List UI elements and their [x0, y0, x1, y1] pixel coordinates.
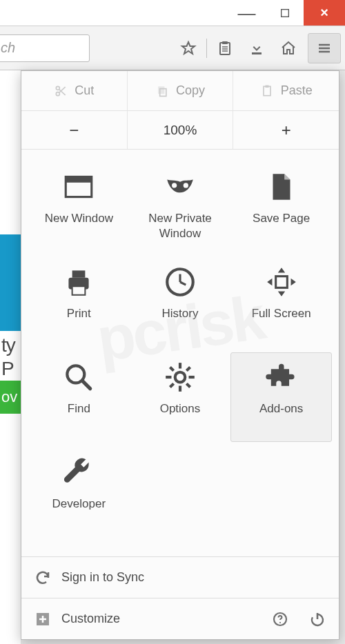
window-icon [60, 168, 97, 205]
find-label: Find [68, 401, 90, 416]
svg-rect-2 [222, 41, 228, 44]
svg-point-21 [184, 183, 188, 188]
customize-button[interactable]: Customize [34, 610, 120, 628]
svg-rect-24 [72, 286, 86, 295]
save-page-label: Save Page [253, 211, 310, 226]
sync-icon [34, 569, 52, 587]
clipboard-row: Cut Copy Paste [21, 71, 339, 111]
window-titlebar: — × [0, 0, 345, 26]
help-button[interactable] [271, 610, 289, 628]
gear-icon [161, 359, 199, 396]
quit-button[interactable] [308, 610, 326, 628]
full-screen-button[interactable]: Full Screen [230, 257, 332, 347]
scissors-icon [54, 84, 68, 98]
print-label: Print [67, 306, 91, 321]
svg-point-20 [172, 183, 177, 188]
hamburger-menu-button[interactable] [308, 33, 341, 63]
power-icon [309, 611, 326, 627]
svg-line-38 [170, 383, 173, 387]
svg-rect-23 [72, 270, 86, 277]
browser-toolbar: ch [0, 26, 345, 70]
paste-label: Paste [281, 83, 313, 98]
menu-grid: pcrisk New Window New Private Window Sav… [21, 150, 339, 556]
paste-button[interactable]: Paste [233, 71, 339, 110]
printer-icon [60, 263, 97, 301]
svg-point-44 [279, 621, 281, 623]
mask-icon [161, 168, 199, 205]
svg-point-31 [175, 372, 186, 383]
options-label: Options [160, 401, 201, 416]
new-private-label: New Private Window [148, 211, 212, 241]
window-maximize-button[interactable] [266, 0, 304, 26]
svg-rect-17 [265, 85, 268, 87]
copy-button[interactable]: Copy [128, 71, 234, 110]
svg-rect-28 [275, 276, 287, 288]
search-input-text: ch [1, 40, 15, 56]
window-minimize-button[interactable]: — [228, 0, 266, 26]
developer-label: Developer [52, 496, 106, 512]
svg-rect-16 [264, 86, 270, 95]
svg-line-36 [170, 367, 173, 370]
clock-icon [161, 263, 199, 301]
puzzle-icon [263, 359, 300, 396]
page-background-strip: tyP ov [0, 234, 21, 414]
save-page-button[interactable]: Save Page [230, 162, 332, 252]
svg-rect-0 [281, 9, 288, 17]
svg-line-39 [186, 367, 190, 370]
svg-line-30 [83, 381, 90, 388]
sign-in-sync-button[interactable]: Sign in to Sync [21, 556, 339, 598]
svg-rect-19 [66, 177, 92, 182]
history-label: History [162, 306, 199, 321]
addons-label: Add-ons [259, 401, 303, 416]
copy-label: Copy [176, 83, 205, 98]
plus-box-icon [34, 610, 52, 628]
wrench-icon [60, 454, 97, 491]
options-button[interactable]: Options [130, 352, 231, 442]
new-private-window-button[interactable]: New Private Window [130, 162, 231, 252]
customize-label: Customize [61, 612, 120, 626]
downloads-icon[interactable] [241, 33, 272, 63]
find-button[interactable]: Find [28, 352, 130, 442]
svg-line-27 [180, 282, 186, 285]
svg-rect-15 [158, 86, 164, 94]
bookmark-star-icon[interactable] [173, 33, 204, 63]
clipboard-list-icon[interactable] [210, 33, 240, 63]
cut-button[interactable]: Cut [21, 71, 128, 110]
history-button[interactable]: History [130, 257, 231, 347]
magnifier-icon [60, 359, 97, 396]
new-window-label: New Window [45, 211, 113, 226]
search-input[interactable]: ch [0, 34, 90, 62]
addons-button[interactable]: Add-ons [230, 352, 332, 442]
zoom-value[interactable]: 100% [128, 111, 234, 149]
cut-label: Cut [75, 83, 94, 98]
zoom-row: − 100% + [21, 111, 339, 150]
print-button[interactable]: Print [28, 257, 130, 347]
new-window-button[interactable]: New Window [28, 162, 130, 252]
paste-icon [260, 84, 274, 98]
help-icon [272, 611, 288, 627]
toolbar-separator [206, 39, 207, 58]
svg-rect-6 [252, 52, 262, 54]
zoom-out-button[interactable]: − [21, 111, 128, 149]
copy-icon [155, 84, 169, 98]
page-icon [263, 168, 300, 205]
full-screen-label: Full Screen [252, 306, 311, 321]
hamburger-menu-panel: Cut Copy Paste − 100% + pcrisk New Windo… [21, 70, 339, 640]
fullscreen-icon [263, 263, 300, 301]
customize-row: Customize [21, 598, 339, 639]
zoom-in-button[interactable]: + [233, 111, 339, 149]
home-icon[interactable] [273, 33, 304, 63]
developer-button[interactable]: Developer [28, 447, 130, 537]
sync-label: Sign in to Sync [61, 570, 144, 585]
window-close-button[interactable]: × [304, 0, 345, 26]
svg-line-37 [186, 383, 190, 387]
